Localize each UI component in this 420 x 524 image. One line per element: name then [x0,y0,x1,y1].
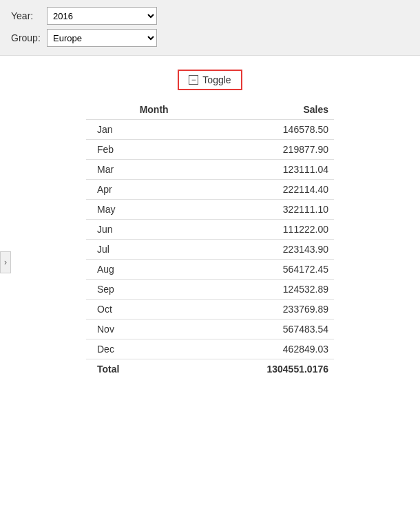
total-row: Total 1304551.0176 [86,359,334,379]
sales-cell: 219877.90 [174,140,334,160]
main-content: Toggle Month Sales Jan146578.50Feb219877… [0,56,420,392]
table-row: Jun111222.00 [86,220,334,240]
toggle-label: Toggle [202,74,231,85]
sales-column-header: Sales [174,101,334,120]
table-row: Jul223143.90 [86,240,334,260]
table-row: Oct233769.89 [86,300,334,319]
total-value: 1304551.0176 [174,359,334,379]
sales-cell: 567483.54 [174,319,334,339]
table-row: Dec462849.03 [86,339,334,359]
sales-cell: 462849.03 [174,339,334,359]
chevron-right-icon: › [4,258,7,267]
year-label: Year: [11,10,47,21]
month-cell: Jan [86,120,174,140]
sales-cell: 223143.90 [174,240,334,260]
sales-cell: 124532.89 [174,280,334,300]
minus-box-icon [189,75,198,85]
table-header-row: Month Sales [86,101,334,120]
month-cell: Apr [86,180,174,200]
month-cell: Mar [86,160,174,180]
sales-table: Month Sales Jan146578.50Feb219877.90Mar1… [86,101,334,379]
month-cell: May [86,200,174,220]
month-cell: Aug [86,260,174,280]
sales-cell: 111222.00 [174,220,334,240]
month-column-header: Month [86,101,174,120]
month-cell: Sep [86,280,174,300]
group-control-row: Group: Europe Americas Asia Africa [11,29,409,47]
month-cell: Feb [86,140,174,160]
table-row: Jan146578.50 [86,120,334,140]
top-controls: Year: 2016 2017 2015 2014 Group: Europe … [0,0,420,56]
month-cell: Oct [86,300,174,319]
group-select[interactable]: Europe Americas Asia Africa [47,29,157,47]
sales-cell: 123111.04 [174,160,334,180]
sidebar-toggle[interactable]: › [0,251,11,273]
table-row: Sep124532.89 [86,280,334,300]
table-row: Aug564172.45 [86,260,334,280]
total-label: Total [86,359,174,379]
toggle-button-wrapper: Toggle [178,70,242,90]
month-cell: Jul [86,240,174,260]
sales-cell: 146578.50 [174,120,334,140]
month-cell: Jun [86,220,174,240]
month-cell: Dec [86,339,174,359]
toggle-button[interactable]: Toggle [178,70,242,90]
table-row: Nov567483.54 [86,319,334,339]
table-row: Mar123111.04 [86,160,334,180]
table-row: Feb219877.90 [86,140,334,160]
group-label: Group: [11,32,47,43]
sales-cell: 233769.89 [174,300,334,319]
table-row: Apr222114.40 [86,180,334,200]
month-cell: Nov [86,319,174,339]
sales-cell: 222114.40 [174,180,334,200]
table-row: May322111.10 [86,200,334,220]
sales-cell: 322111.10 [174,200,334,220]
year-select[interactable]: 2016 2017 2015 2014 [47,7,157,25]
sales-cell: 564172.45 [174,260,334,280]
year-control-row: Year: 2016 2017 2015 2014 [11,7,409,25]
